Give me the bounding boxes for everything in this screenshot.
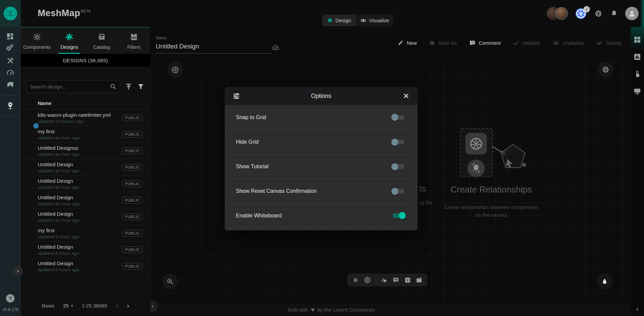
filter-funnel-icon[interactable]: [137, 83, 145, 91]
layer5-logo-icon: [3, 6, 18, 21]
panel-expand-handle[interactable]: ›: [13, 266, 23, 276]
option-toggle[interactable]: [393, 140, 404, 144]
design-list-item[interactable]: my first updated an hour ago PUBLIC: [21, 126, 150, 143]
touch-icon[interactable]: [633, 70, 641, 78]
search-icon[interactable]: [109, 83, 117, 90]
visibility-badge: PUBLIC: [122, 197, 143, 204]
zoom-icon: [166, 277, 174, 285]
option-row: Enable Whiteboard: [228, 203, 414, 228]
gear-icon[interactable]: [594, 9, 603, 18]
user-avatar-photo-2[interactable]: [555, 7, 568, 20]
prev-page-button[interactable]: ‹: [116, 302, 118, 310]
text-tool-icon[interactable]: T: [404, 277, 411, 284]
design-list-item[interactable]: Untitled Design updated 8 hours ago PUBL…: [21, 242, 150, 258]
whiteboard-pen-button[interactable]: [597, 274, 612, 289]
comment-button[interactable]: Comment: [469, 40, 501, 46]
design-list-item[interactable]: Untitled Design updated an hour ago PUBL…: [21, 159, 150, 176]
canvas-settings-button[interactable]: [598, 62, 613, 77]
next-page-button[interactable]: ›: [127, 302, 129, 310]
import-design-icon[interactable]: [125, 83, 133, 91]
close-icon[interactable]: [401, 92, 411, 100]
shapes-icon[interactable]: [381, 277, 388, 284]
kubernetes-wheel-button[interactable]: [167, 62, 183, 77]
search-input[interactable]: [30, 84, 107, 90]
new-button[interactable]: New: [397, 40, 417, 46]
kubernetes-context[interactable]: 1: [575, 8, 587, 20]
tab-visualize[interactable]: Visualize: [356, 14, 394, 26]
save-as-label: Save As: [438, 40, 457, 46]
monitor-icon[interactable]: [633, 87, 641, 95]
profile-avatar[interactable]: [625, 7, 639, 20]
undeploy-button[interactable]: Undeploy: [552, 39, 584, 46]
media-icon[interactable]: [416, 277, 423, 284]
rail-divider: [0, 116, 21, 116]
tab-catalog-label: Catalog: [93, 44, 110, 50]
option-label: Hide Grid: [236, 139, 259, 145]
rows-per-page-select[interactable]: 25 ▾: [63, 303, 73, 309]
toolbox-icon[interactable]: [6, 57, 15, 65]
kubernetes-icon[interactable]: [364, 276, 371, 284]
deploy-label: Deploy: [606, 40, 622, 46]
header-right: 1: [547, 0, 639, 27]
tab-design-label: Design: [335, 17, 351, 23]
right-rail: ‹: [631, 27, 644, 316]
designs-panel: Components Designs Catalog: [21, 27, 150, 316]
chevron-down-icon: ▾: [71, 304, 73, 308]
dashboard-icon[interactable]: [6, 32, 15, 41]
check-icon: [513, 40, 520, 46]
option-toggle[interactable]: [393, 164, 404, 169]
layer5-logo[interactable]: [0, 0, 21, 27]
bar-chart-icon[interactable]: [633, 53, 641, 61]
visibility-badge: PUBLIC: [122, 147, 143, 154]
design-name-input[interactable]: [156, 40, 272, 54]
toggle-knob: [391, 139, 398, 146]
bell-icon[interactable]: [610, 9, 618, 17]
design-list-item[interactable]: k8s-wasm-plugin-ratelimiter.yml updated …: [21, 110, 150, 126]
brand-name: MeshMap: [38, 8, 80, 18]
speedometer-icon[interactable]: [6, 69, 15, 77]
option-row: Snap to Grid: [228, 105, 414, 130]
components-icon[interactable]: [352, 277, 359, 284]
pencil-icon: [397, 40, 404, 46]
save-as-button[interactable]: Save As: [429, 40, 457, 46]
options-modal-header: Options: [225, 87, 418, 105]
cloud-saved-icon: [271, 43, 280, 52]
column-header-name: Name: [21, 93, 150, 110]
design-name-field: Name: [156, 36, 272, 54]
help-icon[interactable]: ?: [6, 294, 14, 303]
onboarding-description: Create relationships between components …: [441, 204, 542, 219]
occluded-hint-fragment-2: ng the: [419, 200, 433, 205]
tab-design[interactable]: Design: [322, 14, 356, 26]
design-list-item[interactable]: Untitled Design updated an hour ago PUBL…: [21, 192, 150, 209]
comment-icon[interactable]: [392, 277, 399, 284]
design-list-item[interactable]: Untitled Design updated an hour ago PUBL…: [21, 209, 150, 225]
option-toggle[interactable]: [393, 115, 404, 120]
design-list-item[interactable]: my first updated 6 hours ago PUBLIC: [21, 225, 150, 242]
zoom-button[interactable]: [162, 274, 178, 289]
comment-icon: [469, 40, 476, 46]
tab-designs[interactable]: Designs: [53, 28, 85, 54]
designs-spiral-icon: [64, 32, 74, 42]
right-rail-collapse-chevron[interactable]: ‹: [636, 306, 638, 316]
apps-grid-icon[interactable]: [633, 36, 641, 44]
design-list-item[interactable]: Untitled Design updated an hour ago PUBL…: [21, 176, 150, 192]
tab-catalog[interactable]: Catalog: [85, 28, 118, 54]
option-toggle[interactable]: [393, 213, 404, 218]
wasm-filters-icon: WA: [130, 32, 138, 42]
relationship-illustration: [458, 125, 535, 182]
components-icon: [32, 32, 42, 42]
location-pin-icon[interactable]: [6, 101, 15, 110]
validate-button[interactable]: Validate: [513, 40, 540, 46]
new-label: New: [407, 40, 417, 46]
tab-components[interactable]: Components: [21, 28, 53, 54]
deploy-button[interactable]: Deploy: [596, 39, 622, 46]
option-toggle[interactable]: [393, 189, 404, 194]
undeploy-label: Undeploy: [563, 40, 584, 46]
tab-filters[interactable]: WA Filters: [118, 28, 150, 54]
design-list-item[interactable]: Untitled Designss updated an hour ago PU…: [21, 143, 150, 159]
extensions-pie-icon[interactable]: [6, 81, 15, 90]
visibility-badge: PUBLIC: [122, 180, 143, 187]
design-list-item[interactable]: Untitled Design updated 8 hours ago PUBL…: [21, 258, 150, 275]
gear-icon: [601, 65, 610, 74]
gears-icon[interactable]: [6, 44, 15, 53]
